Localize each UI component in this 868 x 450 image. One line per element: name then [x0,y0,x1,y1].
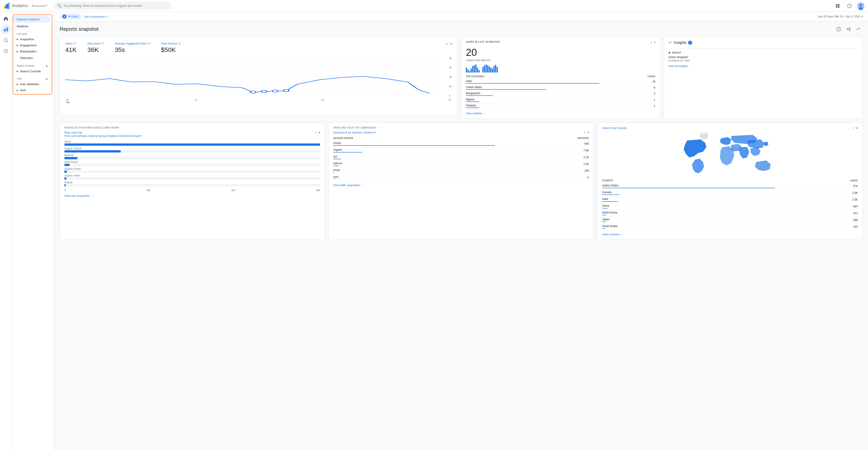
realtime-title: USERS IN LAST 30 MINUTES [466,41,500,43]
mini-bar [487,65,488,72]
mini-bar [467,69,469,72]
countries-map-card: Users▾ by Country ✓ ▾ [597,123,863,240]
mini-bar [484,65,485,72]
table-row: United States 27K [602,183,858,190]
mini-bar [490,68,491,72]
new-users-metric: New users ⓘ 36K [88,41,104,54]
svg-point-23 [849,30,850,31]
page-header: Reports snapshot [54,22,868,35]
add-comparison-button[interactable]: Add comparison + [84,15,108,18]
view-user-acquisition-link[interactable]: View user acquisition → [64,194,320,197]
mini-bar [495,65,496,72]
help-icon[interactable]: ? [845,2,854,10]
view-realtime-link[interactable]: View realtime → [466,112,655,115]
sidebar-item-user-attributes[interactable]: ▶ User attributes [13,81,52,87]
svg-rect-13 [5,28,6,31]
sidebar-item-realtime[interactable]: Realtime [13,23,50,30]
bookmark-button[interactable] [835,25,843,33]
check-icon: ✓ [584,131,586,134]
grid-apps-icon[interactable] [834,2,842,10]
sidebar-item-retention[interactable]: Retention [13,55,50,61]
dropdown-icon[interactable]: ▾ [654,41,655,44]
user-avatar[interactable] [857,2,864,9]
advertising-icon-btn[interactable] [1,46,11,56]
search-bar[interactable]: 🔍 [54,2,171,10]
sidebar-item-label: Acquisition [20,37,34,41]
insight-description: Users dropped [669,55,858,59]
sidebar-item-engagement[interactable]: ▶ Engagement [13,42,52,49]
sidebar-item-acquisition[interactable]: ▶ Acquisition [13,36,52,42]
dropdown-icon[interactable]: ▾ [318,131,320,134]
table-row: South Korea 611 [602,210,858,217]
world-map [602,131,858,176]
home-icon-btn[interactable] [1,13,11,24]
chip-label: All Users [68,15,79,18]
new-users-metric-chip[interactable]: New users [64,131,78,134]
world-map-svg [602,131,858,176]
insight-date: On March 26, 2024 [669,59,858,62]
reports-icon-btn[interactable] [1,24,11,34]
info-icon[interactable]: ⓘ [73,41,76,45]
mini-bar [474,65,475,72]
dropdown-icon[interactable]: ▾ [587,131,589,134]
table-row: India 2.5K [602,196,858,203]
hbar-item: Organic Search [64,147,320,153]
sidebar-item-reports-snapshot[interactable]: Reports snapshot [13,16,50,23]
sessions-chip[interactable]: Sessions▾ [333,131,347,134]
countries-selector: Users▾ by Country [602,126,627,130]
svg-rect-0 [4,6,6,8]
hbar-item: Paid Search [64,161,320,166]
sidebar-item-search-console[interactable]: ▶ Search Console [13,68,52,74]
search-input[interactable] [64,4,167,7]
add-comparison-label: Add comparison [84,15,105,18]
mini-bar [466,68,467,72]
mini-bar [489,66,490,72]
chevron-icon: ▶ [17,89,19,92]
account-selector[interactable]: All accounts ▾ [32,4,47,7]
view-countries-link[interactable]: View countries → [602,233,858,236]
campaigns-card-header: Sessions▾ by Session medium▾ ✓ ▾ [333,131,589,134]
explore-icon-btn[interactable] [1,35,11,45]
info-icon[interactable]: ⓘ [147,41,150,45]
insights-chart-icon [669,41,672,44]
top-navigation: Analytics All accounts ▾ 🔍 ? [0,0,868,12]
dropdown-icon[interactable]: ▾ [450,42,452,45]
sidebar-item-tech[interactable]: ▶ Tech [13,87,52,93]
countries-table-wrapper: COUNTRY USERS United States 27K Canada 2… [602,179,858,230]
sidebar-item-label: User attributes [20,83,39,86]
sidebar-icon-strip [0,12,12,450]
sidebar-item-label: Realtime [17,25,28,28]
svg-point-33 [272,90,278,92]
sidebar-item-monetization[interactable]: ▶ Monetization [13,49,52,55]
realtime-card-header: USERS IN LAST 30 MINUTES ✓ ▾ [466,41,655,45]
search-console-section: Search Console ▲ [13,61,52,68]
top-countries-header: TOP COUNTRIES [466,74,599,78]
svg-point-34 [283,90,289,92]
all-users-chip[interactable]: A All Users [60,13,81,20]
dropdown-icon[interactable]: ▾ [856,126,858,130]
view-traffic-acquisition-link[interactable]: View traffic acquisition → [333,184,589,187]
channel-group-chip[interactable]: First user primary channel group (Defaul… [64,134,142,137]
info-icon[interactable]: ⓘ [101,41,104,45]
date-range-selector[interactable]: Last 28 days Mar 10 – Apr 6, 2024 ▾ [818,15,863,18]
session-medium-chip[interactable]: Session medium▾ [352,131,376,134]
realtime-value: 20 [466,47,655,58]
chevron-down-icon: ▾ [140,134,142,137]
session-medium-header: SESSION MEDIUM [333,136,495,140]
line-chart: 4K 3K 2K 1K 0 [65,57,452,98]
view-all-insights-link[interactable]: View all insights → [669,65,858,68]
plus-icon: + [106,15,108,18]
table-row: Nigeria 1 [466,97,655,103]
share-button[interactable] [844,25,852,33]
user-section-label: User [17,77,22,80]
mini-bar [478,70,480,72]
country-chip[interactable]: Country [617,126,627,130]
lifecycle-section-label: Life cycle [13,30,52,36]
users-metric: Users ⓘ 41K [65,41,76,54]
users-label: Users ⓘ [65,41,76,45]
users-chip[interactable]: Users▾ [602,126,612,130]
check-icon: ✓ [445,41,448,46]
compare-button[interactable] [855,25,863,33]
info-icon[interactable]: ⓘ [178,41,181,45]
search-console-section-label: Search Console [17,64,34,67]
